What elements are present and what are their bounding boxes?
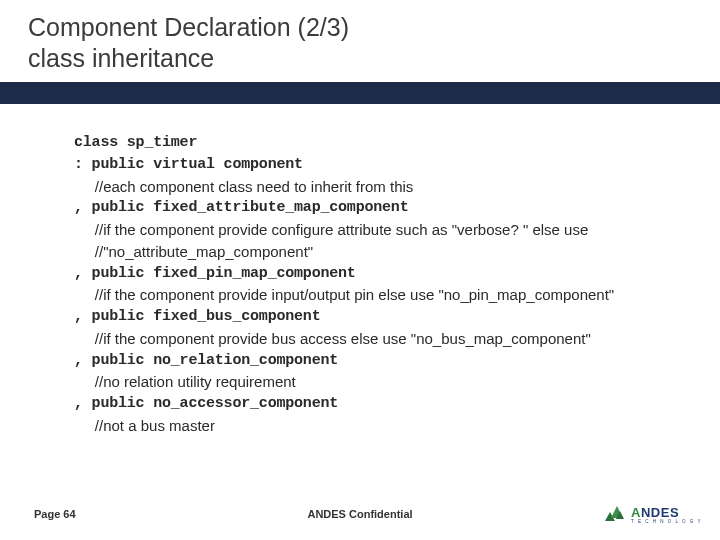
code-line: class sp_timer — [74, 132, 680, 154]
title-line-2: class inheritance — [28, 44, 214, 72]
code-comment: //if the component provide configure att… — [74, 219, 680, 241]
title-text: Component Declaration (2/3) class inheri… — [28, 12, 700, 75]
logo-text-wrap: ANDES T E C H N O L O G Y — [631, 503, 702, 524]
slide-footer: Page 64 ANDES Confidential ANDES T E C H… — [0, 494, 720, 524]
code-line: , public fixed_attribute_map_component — [74, 197, 680, 219]
code-comment: //if the component provide bus access el… — [74, 328, 680, 350]
logo-rest: NDES — [641, 505, 679, 520]
code-line: , public no_accessor_component — [74, 393, 680, 415]
code-line: , public fixed_bus_component — [74, 306, 680, 328]
title-divider — [0, 82, 720, 104]
logo-letter-a: A — [631, 505, 641, 520]
code-comment: //each component class need to inherit f… — [74, 176, 680, 198]
title-line-1: Component Declaration (2/3) — [28, 13, 349, 41]
logo-text: ANDES — [631, 505, 679, 520]
code-comment: //no relation utility requirement — [74, 371, 680, 393]
logo-subtext: T E C H N O L O G Y — [631, 519, 702, 524]
code-line: : public virtual component — [74, 154, 680, 176]
code-line: , public no_relation_component — [74, 350, 680, 372]
code-comment: //if the component provide input/output … — [74, 284, 680, 306]
code-line: , public fixed_pin_map_component — [74, 263, 680, 285]
brand-logo: ANDES T E C H N O L O G Y — [605, 502, 702, 524]
code-comment: //not a bus master — [74, 415, 680, 437]
code-block: class sp_timer : public virtual componen… — [74, 132, 680, 437]
slide-title: Component Declaration (2/3) class inheri… — [28, 12, 700, 75]
code-comment: //"no_attribute_map_component" — [74, 241, 680, 263]
slide: Component Declaration (2/3) class inheri… — [0, 0, 720, 540]
logo-icon — [605, 502, 627, 524]
